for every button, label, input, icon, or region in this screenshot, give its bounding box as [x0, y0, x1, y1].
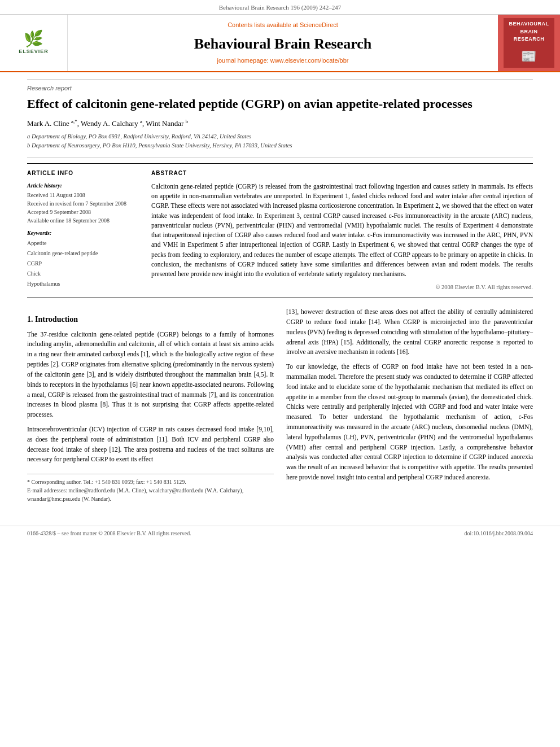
keywords-list: Appetite Calcitonin gene-related peptide…: [27, 238, 140, 289]
available-online-date: Available online 18 September 2008: [27, 216, 140, 225]
cover-box: BEHAVIOURAL BRAIN RESEARCH 📰: [504, 18, 554, 68]
sciencedirect-link[interactable]: ScienceDirect: [300, 21, 338, 28]
section-label: Research report: [27, 79, 533, 93]
footnote-email: E-mail addresses: mcline@radford.edu (M.…: [27, 486, 274, 503]
footer-issn: 0166-4328/$ – see front matter © 2008 El…: [27, 530, 191, 538]
main-content: 1. Introduction The 37-residue calcitoni…: [27, 307, 533, 503]
affiliation-a: a Department of Biology, PO Box 6931, Ra…: [27, 132, 533, 141]
authors-line: Mark A. Cline a,*, Wendy A. Calchary a, …: [27, 118, 533, 129]
received-date: Received 11 August 2008: [27, 191, 140, 199]
tree-icon: 🌿: [24, 31, 43, 47]
copyright-line: © 2008 Elsevier B.V. All rights reserved…: [151, 283, 533, 292]
footer-doi: doi:10.1016/j.bbr.2008.09.004: [465, 530, 533, 538]
footnote-area: * Corresponding author. Tel.: +1 540 831…: [27, 474, 274, 503]
keyword-3: CGRP: [27, 259, 140, 269]
keyword-4: Chick: [27, 269, 140, 279]
intro-right-para1: [13], however destruction of these areas…: [286, 307, 533, 357]
abstract-col: ABSTRACT Calcitonin gene-related peptide…: [151, 169, 533, 292]
elsevier-logo-area: 🌿 ELSEVIER: [0, 15, 68, 71]
journal-citation-text: Behavioural Brain Research 196 (2009) 24…: [219, 4, 342, 11]
homepage-link[interactable]: www.elsevier.com/locate/bbr: [270, 57, 349, 64]
page-wrapper: Behavioural Brain Research 196 (2009) 24…: [0, 0, 560, 541]
intro-para1: The 37-residue calcitonin gene-related p…: [27, 330, 274, 420]
homepage-label: journal homepage: www.elsevier.com/locat…: [217, 56, 349, 65]
received-revised-date: Received in revised form 7 September 200…: [27, 199, 140, 208]
cover-title-3: RESEARCH: [506, 36, 552, 43]
footer-bar: 0166-4328/$ – see front matter © 2008 El…: [0, 526, 560, 541]
sciencedirect-label: Contents lists available at ScienceDirec…: [228, 21, 338, 29]
intro-para2: Intracerebroventricular (ICV) injection …: [27, 425, 274, 465]
cover-title-2: BRAIN: [506, 28, 552, 36]
journal-title: Behavioural Brain Research: [194, 34, 371, 54]
elsevier-text: ELSEVIER: [19, 48, 49, 55]
keyword-5: Hypothalamus: [27, 279, 140, 289]
affiliations: a Department of Biology, PO Box 6931, Ra…: [27, 132, 533, 150]
footnote-star: * Corresponding author. Tel.: +1 540 831…: [27, 478, 274, 486]
accepted-date: Accepted 9 September 2008: [27, 208, 140, 216]
keywords-label: Keywords:: [27, 229, 140, 237]
journal-title-area: Contents lists available at ScienceDirec…: [68, 15, 498, 71]
elsevier-logo: 🌿 ELSEVIER: [11, 28, 56, 59]
history-label: Article history:: [27, 182, 140, 190]
article-info-title: ARTICLE INFO: [27, 169, 140, 177]
info-abstract-section: ARTICLE INFO Article history: Received 1…: [27, 163, 533, 298]
journal-cover-image: BEHAVIOURAL BRAIN RESEARCH 📰: [498, 15, 560, 71]
article-body: Research report Effect of calcitonin gen…: [0, 72, 560, 517]
main-col-right: [13], however destruction of these areas…: [286, 307, 533, 503]
journal-citation: Behavioural Brain Research 196 (2009) 24…: [0, 0, 560, 15]
cover-title-1: BEHAVIOURAL: [506, 20, 552, 28]
abstract-title: ABSTRACT: [151, 169, 533, 177]
intro-heading: 1. Introduction: [27, 314, 274, 325]
keyword-2: Calcitonin gene-related peptide: [27, 248, 140, 259]
journal-header: 🌿 ELSEVIER Contents lists available at S…: [0, 15, 560, 72]
abstract-text: Calcitonin gene-related peptide (CGRP) i…: [151, 182, 533, 279]
article-dates: Received 11 August 2008 Received in revi…: [27, 191, 140, 225]
keyword-1: Appetite: [27, 238, 140, 248]
intro-right-para2: To our knowledge, the effects of CGRP on…: [286, 362, 533, 483]
main-col-left: 1. Introduction The 37-residue calcitoni…: [27, 307, 274, 503]
authors-text: Mark A. Cline a,*, Wendy A. Calchary a, …: [27, 119, 188, 128]
article-title: Effect of calcitonin gene-related peptid…: [27, 96, 533, 112]
affiliation-b: b Department of Neurosurgery, PO Box H11…: [27, 141, 533, 150]
article-info-col: ARTICLE INFO Article history: Received 1…: [27, 169, 140, 292]
